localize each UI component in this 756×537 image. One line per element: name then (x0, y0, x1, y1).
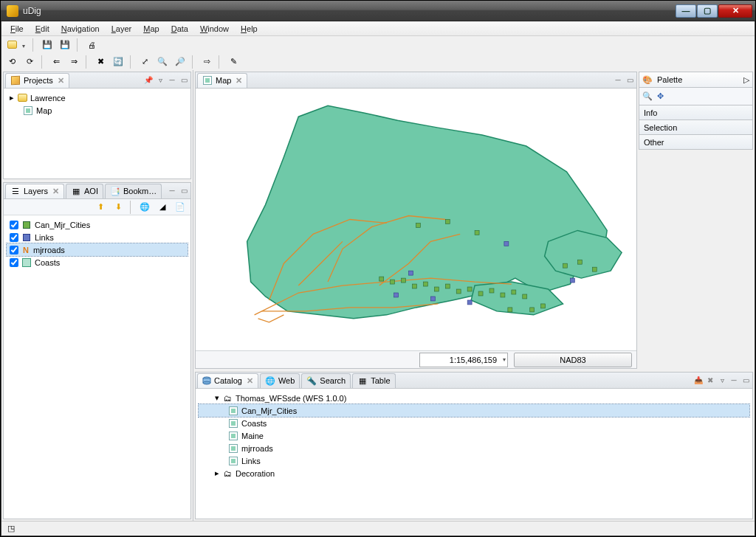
maximize-view-icon[interactable]: ▭ (179, 75, 189, 86)
redo-button[interactable]: ⟳ (22, 55, 37, 69)
svg-rect-24 (430, 297, 435, 301)
layer-legend-icon (21, 257, 32, 268)
projects-tree[interactable]: ▸ Lawrence Map (4, 89, 190, 179)
save-all-button[interactable]: 💾 (58, 38, 72, 52)
measure-button[interactable]: ⇨ (199, 55, 214, 69)
palette-section-info[interactable]: Info (639, 105, 753, 120)
layer-up-button[interactable]: ⬆ (93, 200, 108, 215)
save-button[interactable]: 💾 (40, 38, 55, 52)
stop-button[interactable]: ✖ (93, 55, 108, 69)
catalog-service-node[interactable]: ▾ 🗂 Thomas_WFSsde (WFS 1.0.0) (199, 392, 749, 404)
catalog-layer-coasts[interactable]: Coasts (199, 417, 749, 429)
project-map-node[interactable]: Map (7, 104, 188, 117)
catalog-import-icon[interactable]: 📥 (693, 375, 704, 386)
map-min-icon[interactable]: ─ (613, 75, 623, 86)
layer-row-cities[interactable]: Can_Mjr_Cities (7, 218, 188, 231)
view-menu-icon[interactable]: ▿ (155, 75, 165, 86)
layer-checkbox[interactable] (10, 233, 18, 242)
zoom-in-button[interactable]: 🔍 (155, 55, 170, 69)
new-button[interactable] (4, 38, 19, 52)
svg-rect-9 (478, 291, 483, 296)
menu-help[interactable]: Help (235, 21, 264, 35)
layers-tab[interactable]: ☰ Layers ✕ (5, 184, 64, 198)
projects-tab[interactable]: Projects ✕ (5, 73, 69, 88)
catalog-max-icon[interactable]: ▭ (740, 375, 751, 386)
bookmarks-icon: 📑 (110, 186, 120, 196)
palette-section-selection[interactable]: Selection (639, 120, 753, 135)
catalog-layer-cities[interactable]: Can_Mjr_Cities (199, 404, 749, 417)
svg-rect-5 (434, 287, 439, 291)
map-editor-tab[interactable]: Map ✕ (197, 73, 247, 88)
catalog-min-icon[interactable]: ─ (729, 375, 739, 386)
catalog-layer-mjrroads[interactable]: mjrroads (199, 442, 749, 454)
menu-window[interactable]: Window (194, 21, 235, 35)
projection-button[interactable]: NAD83 (514, 353, 632, 367)
catalog-tree[interactable]: ▾ 🗂 Thomas_WFSsde (WFS 1.0.0) Can_Mjr_Ci… (196, 389, 752, 519)
layer-row-mjrroads[interactable]: mjrroads (7, 243, 188, 256)
map-canvas[interactable] (196, 89, 636, 350)
catalog-tab[interactable]: Catalog ✕ (197, 373, 258, 388)
layer-checkbox[interactable] (10, 221, 18, 229)
zoom-out-button[interactable]: 🔎 (173, 55, 188, 69)
bookmarks-tab[interactable]: 📑 Bookm… (105, 184, 162, 198)
layers-min-icon[interactable]: ─ (167, 186, 177, 196)
layer-row-links[interactable]: Links (7, 231, 188, 243)
nav-back-button[interactable]: ⇐ (49, 55, 63, 69)
palette-collapse-icon[interactable]: ▷ (743, 75, 749, 85)
svg-rect-4 (423, 282, 427, 286)
palette-section-other[interactable]: Other (639, 135, 753, 150)
map-max-icon[interactable]: ▭ (625, 75, 635, 86)
layers-tree[interactable]: Can_Mjr_Cities Links mjrroads (4, 215, 190, 519)
aoi-icon: ▦ (71, 186, 81, 196)
zoom-extent-button[interactable]: ⤢ (137, 55, 152, 69)
minimize-button[interactable]: — (676, 4, 696, 18)
link-icon[interactable] (143, 75, 154, 86)
layer-props-button[interactable]: 📄 (173, 200, 188, 215)
aoi-tab[interactable]: ▦ AOI (66, 184, 103, 198)
menu-layer[interactable]: Layer (106, 21, 138, 35)
scale-combo[interactable]: 1:15,486,159 (419, 353, 508, 367)
projects-tab-close[interactable]: ✕ (58, 76, 64, 86)
layer-down-button[interactable]: ⬇ (111, 200, 126, 215)
map-tab-close[interactable]: ✕ (236, 76, 242, 86)
main-layout: Projects ✕ ▿ ─ ▭ ▸ Lawrence (1, 70, 755, 521)
catalog-decoration-node[interactable]: ▸ 🗂 Decoration (199, 467, 749, 479)
map-icon (23, 105, 33, 116)
layer-checkbox[interactable] (10, 258, 18, 267)
web-tab[interactable]: 🌐 Web (260, 373, 300, 388)
menu-edit[interactable]: Edit (30, 21, 55, 35)
layer-checkbox[interactable] (10, 246, 18, 254)
minimize-view-icon[interactable]: ─ (167, 75, 177, 86)
feature-icon (228, 406, 238, 416)
refresh-button[interactable]: 🔄 (111, 55, 126, 69)
pencil-button[interactable]: ✎ (226, 55, 241, 69)
new-dropdown-arrow[interactable] (22, 41, 28, 49)
layer-filter-button[interactable]: ◢ (155, 200, 170, 215)
close-button[interactable]: ✕ (718, 4, 752, 18)
menu-file[interactable]: File (4, 21, 30, 35)
catalog-layer-maine[interactable]: Maine (199, 429, 749, 442)
layer-style-button[interactable]: 🌐 (137, 200, 152, 215)
svg-rect-23 (394, 293, 399, 297)
svg-rect-3 (413, 284, 417, 288)
menu-map[interactable]: Map (137, 21, 165, 35)
catalog-layer-links[interactable]: Links (199, 454, 749, 467)
table-tab[interactable]: ▦ Table (352, 373, 395, 388)
menu-navigation[interactable]: Navigation (55, 21, 106, 35)
nav-fwd-button[interactable]: ⇒ (66, 55, 81, 69)
catalog-menu-icon[interactable]: ▿ (717, 375, 727, 386)
catalog-tab-close[interactable]: ✕ (247, 376, 253, 386)
undo-button[interactable]: ⟲ (4, 55, 19, 69)
palette-zoom-icon[interactable]: 🔍 (642, 91, 653, 101)
palette-pan-icon[interactable]: ✥ (657, 91, 664, 101)
project-root[interactable]: ▸ Lawrence (7, 91, 188, 104)
menu-data[interactable]: Data (165, 21, 194, 35)
search-tab[interactable]: 🔦 Search (301, 373, 351, 388)
catalog-remove-icon[interactable]: ✖ (705, 375, 715, 386)
print-button[interactable]: 🖨 (84, 38, 99, 52)
layer-row-coasts[interactable]: Coasts (7, 256, 188, 268)
layers-max-icon[interactable]: ▭ (179, 186, 189, 196)
maximize-button[interactable]: ▢ (697, 4, 718, 18)
feature-icon (228, 418, 238, 429)
layers-tab-close[interactable]: ✕ (52, 187, 59, 196)
